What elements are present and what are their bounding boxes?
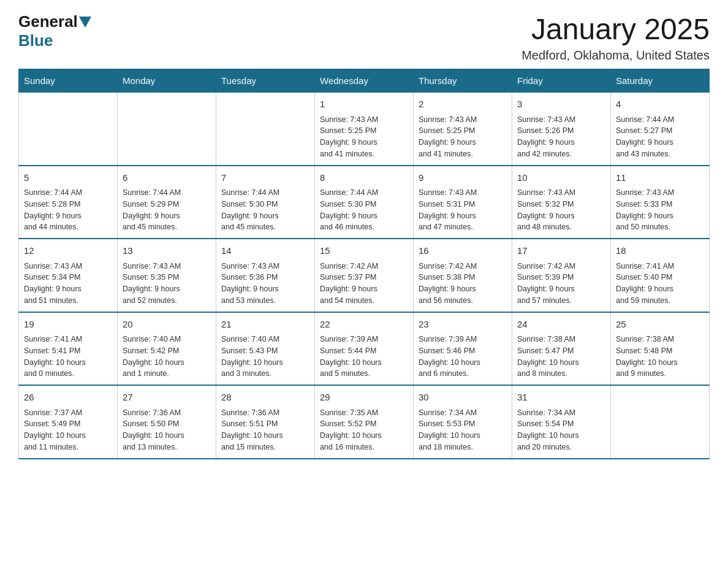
day-info-line: Sunrise: 7:40 AM xyxy=(221,334,309,345)
day-info-line: Sunrise: 7:41 AM xyxy=(24,334,112,345)
day-number: 4 xyxy=(616,98,704,112)
day-info-line: Sunrise: 7:43 AM xyxy=(517,114,605,126)
day-info-line: Sunrise: 7:43 AM xyxy=(419,187,507,199)
calendar-cell: 29Sunrise: 7:35 AMSunset: 5:52 PMDayligh… xyxy=(315,385,414,459)
day-info-line: and 0 minutes. xyxy=(24,368,112,380)
calendar-cell: 10Sunrise: 7:43 AMSunset: 5:32 PMDayligh… xyxy=(512,166,611,239)
day-number: 31 xyxy=(517,391,605,405)
day-number: 20 xyxy=(123,318,211,332)
day-info-line: and 9 minutes. xyxy=(616,368,704,380)
day-info-line: Sunrise: 7:42 AM xyxy=(320,261,408,272)
day-info-line: Daylight: 10 hours xyxy=(419,357,507,369)
day-header-wednesday: Wednesday xyxy=(315,69,414,93)
day-info-line: Sunset: 5:25 PM xyxy=(320,125,408,137)
day-header-tuesday: Tuesday xyxy=(216,69,315,93)
day-info-line: and 51 minutes. xyxy=(24,295,112,307)
day-number: 28 xyxy=(221,391,309,405)
day-number: 12 xyxy=(24,244,112,258)
day-info-line: Sunrise: 7:43 AM xyxy=(24,261,112,272)
day-number: 8 xyxy=(320,171,408,185)
day-info-line: Daylight: 10 hours xyxy=(221,357,309,369)
day-info-line: Sunrise: 7:43 AM xyxy=(320,114,408,126)
calendar-cell: 6Sunrise: 7:44 AMSunset: 5:29 PMDaylight… xyxy=(118,166,216,239)
logo: General Blue xyxy=(18,12,93,50)
calendar-cell: 26Sunrise: 7:37 AMSunset: 5:49 PMDayligh… xyxy=(19,385,118,459)
day-info-line: Sunrise: 7:37 AM xyxy=(24,407,112,419)
day-info-line: and 48 minutes. xyxy=(517,221,605,233)
day-info-line: Sunset: 5:28 PM xyxy=(24,199,112,210)
day-info-line: Daylight: 9 hours xyxy=(616,210,704,222)
day-info-line: Sunset: 5:30 PM xyxy=(221,199,309,210)
day-info-line: Sunset: 5:38 PM xyxy=(419,272,507,283)
day-number: 1 xyxy=(320,98,408,112)
day-number: 22 xyxy=(320,318,408,332)
calendar-cell: 16Sunrise: 7:42 AMSunset: 5:38 PMDayligh… xyxy=(414,239,512,312)
day-info-line: Daylight: 9 hours xyxy=(221,283,309,295)
day-info-line: Sunrise: 7:43 AM xyxy=(419,114,507,126)
day-info-line: and 53 minutes. xyxy=(221,295,309,307)
day-info-line: Sunset: 5:49 PM xyxy=(24,418,112,430)
calendar-week-1: 1Sunrise: 7:43 AMSunset: 5:25 PMDaylight… xyxy=(19,93,710,166)
calendar-week-4: 19Sunrise: 7:41 AMSunset: 5:41 PMDayligh… xyxy=(19,312,710,386)
calendar-cell: 31Sunrise: 7:34 AMSunset: 5:54 PMDayligh… xyxy=(512,385,611,459)
day-info-line: Sunrise: 7:43 AM xyxy=(517,187,605,199)
day-info-line: and 47 minutes. xyxy=(419,221,507,233)
calendar-cell: 13Sunrise: 7:43 AMSunset: 5:35 PMDayligh… xyxy=(118,239,216,312)
calendar-cell xyxy=(216,93,315,166)
day-info-line: Daylight: 9 hours xyxy=(419,283,507,295)
day-info-line: Daylight: 10 hours xyxy=(517,430,605,442)
day-number: 11 xyxy=(616,171,704,185)
day-number: 2 xyxy=(419,98,507,112)
day-number: 21 xyxy=(221,318,309,332)
day-info-line: Sunset: 5:43 PM xyxy=(221,345,309,357)
day-number: 10 xyxy=(517,171,605,185)
calendar-cell: 22Sunrise: 7:39 AMSunset: 5:44 PMDayligh… xyxy=(315,312,414,386)
calendar-cell: 12Sunrise: 7:43 AMSunset: 5:34 PMDayligh… xyxy=(19,239,118,312)
day-number: 23 xyxy=(419,318,507,332)
day-number: 9 xyxy=(419,171,507,185)
day-info-line: and 6 minutes. xyxy=(419,368,507,380)
day-number: 6 xyxy=(123,171,211,185)
day-info-line: Sunset: 5:46 PM xyxy=(419,345,507,357)
calendar-week-5: 26Sunrise: 7:37 AMSunset: 5:49 PMDayligh… xyxy=(19,385,710,459)
day-info-line: and 46 minutes. xyxy=(320,221,408,233)
calendar-cell: 7Sunrise: 7:44 AMSunset: 5:30 PMDaylight… xyxy=(216,166,315,239)
day-info-line: Sunset: 5:39 PM xyxy=(517,272,605,283)
day-info-line: Sunset: 5:25 PM xyxy=(419,125,507,137)
calendar-cell: 1Sunrise: 7:43 AMSunset: 5:25 PMDaylight… xyxy=(315,93,414,166)
calendar-cell xyxy=(19,93,118,166)
day-info-line: Daylight: 9 hours xyxy=(517,283,605,295)
day-number: 25 xyxy=(616,318,704,332)
day-info-line: Sunset: 5:40 PM xyxy=(616,272,704,283)
day-info-line: and 18 minutes. xyxy=(419,442,507,453)
day-info-line: Sunset: 5:37 PM xyxy=(320,272,408,283)
day-number: 15 xyxy=(320,244,408,258)
day-info-line: Daylight: 9 hours xyxy=(24,283,112,295)
day-info-line: Sunrise: 7:38 AM xyxy=(616,334,704,345)
day-info-line: and 41 minutes. xyxy=(419,148,507,160)
day-info-line: and 16 minutes. xyxy=(320,442,408,453)
day-info-line: Sunrise: 7:36 AM xyxy=(221,407,309,419)
day-info-line: Sunrise: 7:39 AM xyxy=(320,334,408,345)
calendar-cell: 17Sunrise: 7:42 AMSunset: 5:39 PMDayligh… xyxy=(512,239,611,312)
day-info-line: Daylight: 9 hours xyxy=(123,283,211,295)
day-number: 13 xyxy=(123,244,211,258)
day-info-line: Sunset: 5:41 PM xyxy=(24,345,112,357)
day-info-line: Sunrise: 7:40 AM xyxy=(123,334,211,345)
day-info-line: Sunrise: 7:38 AM xyxy=(517,334,605,345)
day-info-line: Sunrise: 7:43 AM xyxy=(221,261,309,272)
day-header-friday: Friday xyxy=(512,69,611,93)
calendar-week-2: 5Sunrise: 7:44 AMSunset: 5:28 PMDaylight… xyxy=(19,166,710,239)
day-info-line: Daylight: 9 hours xyxy=(221,210,309,222)
day-number: 16 xyxy=(419,244,507,258)
day-info-line: Sunset: 5:27 PM xyxy=(616,125,704,137)
calendar-cell: 21Sunrise: 7:40 AMSunset: 5:43 PMDayligh… xyxy=(216,312,315,386)
day-info-line: Daylight: 10 hours xyxy=(123,430,211,442)
day-info-line: Sunset: 5:52 PM xyxy=(320,418,408,430)
calendar-body: 1Sunrise: 7:43 AMSunset: 5:25 PMDaylight… xyxy=(19,93,710,459)
day-info-line: Sunrise: 7:43 AM xyxy=(616,187,704,199)
day-info-line: and 59 minutes. xyxy=(616,295,704,307)
day-info-line: Daylight: 10 hours xyxy=(123,357,211,369)
calendar-cell: 25Sunrise: 7:38 AMSunset: 5:48 PMDayligh… xyxy=(611,312,710,386)
day-info-line: and 20 minutes. xyxy=(517,442,605,453)
